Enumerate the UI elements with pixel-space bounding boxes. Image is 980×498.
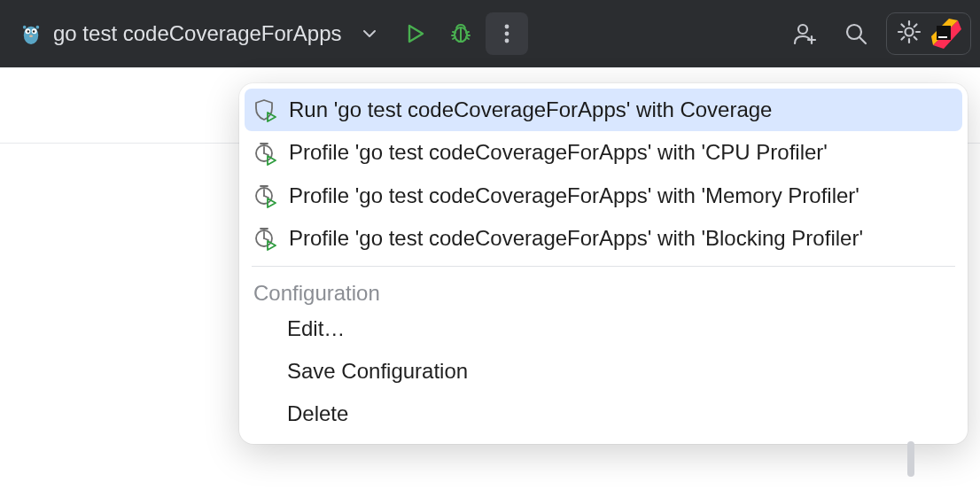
ide-settings-group <box>886 12 971 55</box>
toolbar-right <box>783 12 971 55</box>
menu-item-save-config[interactable]: Save Configuration <box>239 350 968 393</box>
menu-separator <box>252 266 955 267</box>
profiler-run-icon <box>253 226 278 251</box>
svg-point-5 <box>29 35 33 37</box>
menu-item-delete-config[interactable]: Delete <box>239 393 968 435</box>
svg-line-32 <box>914 25 917 27</box>
svg-point-6 <box>23 26 27 29</box>
jetbrains-logo-icon[interactable] <box>931 19 961 49</box>
toolbar-left: go test codeCoverageForApps <box>9 12 528 55</box>
settings-button[interactable] <box>896 19 922 49</box>
toolbar: go test codeCoverageForApps <box>0 0 980 67</box>
svg-point-19 <box>798 25 807 34</box>
menu-item-edit-config[interactable]: Edit… <box>239 307 968 350</box>
svg-line-47 <box>264 238 268 240</box>
svg-line-11 <box>466 32 469 33</box>
svg-line-23 <box>859 37 866 43</box>
profiler-run-icon <box>253 141 278 166</box>
search-icon <box>844 21 868 46</box>
debug-button[interactable] <box>439 12 482 55</box>
menu-item-label: Profile 'go test codeCoverageForApps' wi… <box>289 182 950 210</box>
svg-point-18 <box>504 39 509 43</box>
svg-line-39 <box>264 153 268 155</box>
profiler-run-icon <box>253 183 278 208</box>
svg-point-24 <box>906 28 914 36</box>
menu-item-profile-blocking[interactable]: Profile 'go test codeCoverageForApps' wi… <box>239 217 968 260</box>
svg-line-30 <box>914 37 917 40</box>
run-button[interactable] <box>393 12 436 55</box>
run-config-label: go test codeCoverageForApps <box>53 21 342 46</box>
menu-section-title: Configuration <box>239 272 968 307</box>
gear-icon <box>896 19 922 45</box>
person-add-icon <box>791 20 818 47</box>
search-everywhere-button[interactable] <box>835 12 877 55</box>
chevron-down-icon <box>362 26 377 42</box>
svg-line-10 <box>453 32 455 33</box>
coverage-run-icon <box>253 97 278 122</box>
svg-point-17 <box>504 32 509 36</box>
menu-item-label: Profile 'go test codeCoverageForApps' wi… <box>289 138 950 167</box>
vertical-scrollbar-thumb[interactable] <box>907 441 914 477</box>
run-config-selector[interactable]: go test codeCoverageForApps <box>9 15 390 52</box>
svg-point-7 <box>36 26 40 29</box>
play-icon <box>403 22 426 45</box>
run-more-actions-menu: Run 'go test codeCoverageForApps' with C… <box>239 83 968 444</box>
gopher-icon <box>21 20 41 47</box>
svg-line-29 <box>902 25 905 27</box>
menu-item-profile-cpu[interactable]: Profile 'go test codeCoverageForApps' wi… <box>239 131 968 174</box>
bug-icon <box>448 21 473 46</box>
vertical-ellipsis-icon <box>498 21 516 46</box>
menu-item-profile-memory[interactable]: Profile 'go test codeCoverageForApps' wi… <box>239 175 968 217</box>
svg-line-31 <box>902 37 905 40</box>
svg-point-4 <box>33 30 35 32</box>
svg-point-3 <box>27 30 29 32</box>
menu-item-label: Run 'go test codeCoverageForApps' with C… <box>289 96 950 124</box>
svg-line-43 <box>264 196 268 198</box>
svg-rect-36 <box>938 36 947 38</box>
svg-point-16 <box>504 25 509 29</box>
menu-item-label: Profile 'go test codeCoverageForApps' wi… <box>289 224 950 253</box>
code-with-me-button[interactable] <box>783 12 826 55</box>
menu-item-run-with-coverage[interactable]: Run 'go test codeCoverageForApps' with C… <box>245 89 962 131</box>
more-actions-button[interactable] <box>486 12 528 55</box>
